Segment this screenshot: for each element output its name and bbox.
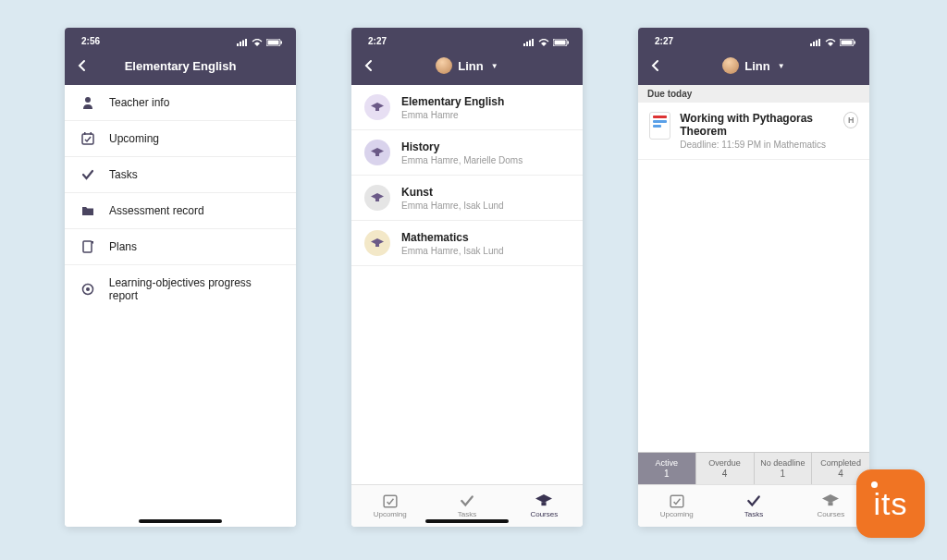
svg-rect-33 [855,42,856,44]
svg-rect-9 [84,132,86,135]
tab-label: Upcoming [660,510,694,518]
plans-icon [80,240,96,253]
task-filters: Active 1 Overdue 4 No deadline 1 Complet… [638,452,869,484]
menu-label: Learning-objectives progress report [109,276,281,302]
svg-point-13 [86,287,90,291]
graduation-cap-icon [364,140,390,165]
status-indicators [523,39,570,46]
courses-list: Elementary English Emma Hamre History Em… [351,85,583,266]
wifi-icon [538,39,549,46]
menu-item-tasks[interactable]: Tasks [65,157,296,193]
phone-courses-list: 2:27 Linn ▼ Elementary Engl [351,28,583,527]
svg-rect-32 [842,41,853,45]
menu-label: Teacher info [109,96,169,109]
filter-overdue[interactable]: Overdue 4 [696,453,755,484]
status-indicators [237,39,283,46]
signal-icon [523,39,535,46]
nav-header: Linn ▼ [638,46,869,85]
svg-rect-23 [375,199,379,201]
svg-rect-35 [829,502,833,505]
nav-header: Linn ▼ [351,46,583,85]
user-selector[interactable]: Linn ▼ [351,57,583,74]
menu-item-upcoming[interactable]: Upcoming [65,121,296,157]
svg-rect-26 [542,502,547,505]
menu-item-assessment-record[interactable]: Assessment record [65,193,296,229]
logo-dot [871,481,878,488]
course-item[interactable]: Kunst Emma Hamre, Isak Lund [351,176,583,221]
signal-icon [810,39,821,46]
course-title: Kunst [401,186,504,199]
signal-icon [237,39,248,46]
check-icon [80,168,96,181]
graduation-cap-icon [364,230,390,256]
menu-item-plans[interactable]: Plans [65,229,296,265]
wifi-icon [825,39,836,46]
menu-item-teacher-info[interactable]: Teacher info [65,85,296,121]
its-logo: its [856,469,925,538]
svg-point-7 [85,97,91,103]
back-button[interactable] [72,55,92,76]
status-bar: 2:56 [65,28,296,46]
svg-rect-30 [818,39,820,46]
course-item[interactable]: History Emma Hamre, Marielle Doms [351,130,583,176]
filter-no-deadline[interactable]: No deadline 1 [755,453,813,484]
svg-rect-19 [555,41,566,45]
phone-course-detail: 2:56 Elementary English Teacher info [65,28,296,527]
calendar-check-icon [80,132,96,145]
tab-upcoming[interactable]: Upcoming [638,485,715,527]
task-badge: H [843,112,858,128]
document-icon [649,112,670,140]
status-bar: 2:27 [638,28,869,46]
filter-active[interactable]: Active 1 [638,453,696,484]
menu-item-learning-objectives[interactable]: Learning-objectives progress report [65,265,296,313]
status-time: 2:56 [81,36,100,46]
tab-upcoming[interactable]: Upcoming [351,485,428,527]
user-selector[interactable]: Linn ▼ [638,57,869,74]
task-item[interactable]: Working with Pythagoras Theorem Deadline… [638,103,869,160]
svg-rect-8 [82,134,93,144]
page-title: Elementary English [65,59,296,73]
course-title: History [401,140,523,153]
tab-label: Courses [817,510,844,518]
svg-rect-17 [532,39,534,46]
svg-rect-11 [83,241,92,252]
course-title: Elementary English [401,95,504,108]
task-subtitle: Deadline: 11:59 PM in Mathematics [680,140,834,150]
home-indicator[interactable] [425,519,509,523]
svg-rect-10 [91,132,92,135]
tab-tasks[interactable]: Tasks [715,485,792,527]
battery-icon [553,39,570,46]
svg-rect-6 [281,42,283,44]
target-icon [80,283,96,296]
chevron-down-icon: ▼ [778,62,785,70]
calendar-check-icon [669,493,685,508]
home-indicator[interactable] [139,519,222,523]
check-icon [459,493,475,508]
graduation-cap-icon [364,185,390,211]
tab-label: Courses [530,510,558,518]
course-item[interactable]: Elementary English Emma Hamre [351,85,583,130]
status-indicators [810,39,856,46]
course-item[interactable]: Mathematics Emma Hamre, Isak Lund [351,221,583,266]
check-icon [745,493,762,508]
phone-tasks: 2:27 Linn ▼ Due today [638,28,869,527]
tab-courses[interactable]: Courses [506,485,583,527]
svg-rect-21 [375,108,379,111]
tab-label: Upcoming [374,510,407,518]
course-menu: Teacher info Upcoming Tasks Assessment r… [65,85,296,313]
menu-label: Plans [109,240,137,253]
svg-rect-5 [268,41,279,45]
svg-rect-20 [568,42,570,44]
tab-bar: Upcoming Tasks Courses [638,484,869,527]
svg-rect-22 [375,153,379,156]
chevron-left-icon [76,59,89,72]
task-title: Working with Pythagoras Theorem [680,112,834,138]
section-header: Due today [638,85,869,103]
person-icon [80,96,96,109]
tab-label: Tasks [458,510,476,518]
avatar [436,57,452,74]
chevron-down-icon: ▼ [491,62,498,70]
calendar-check-icon [382,493,399,508]
status-time: 2:27 [368,36,387,46]
svg-rect-3 [245,39,247,46]
